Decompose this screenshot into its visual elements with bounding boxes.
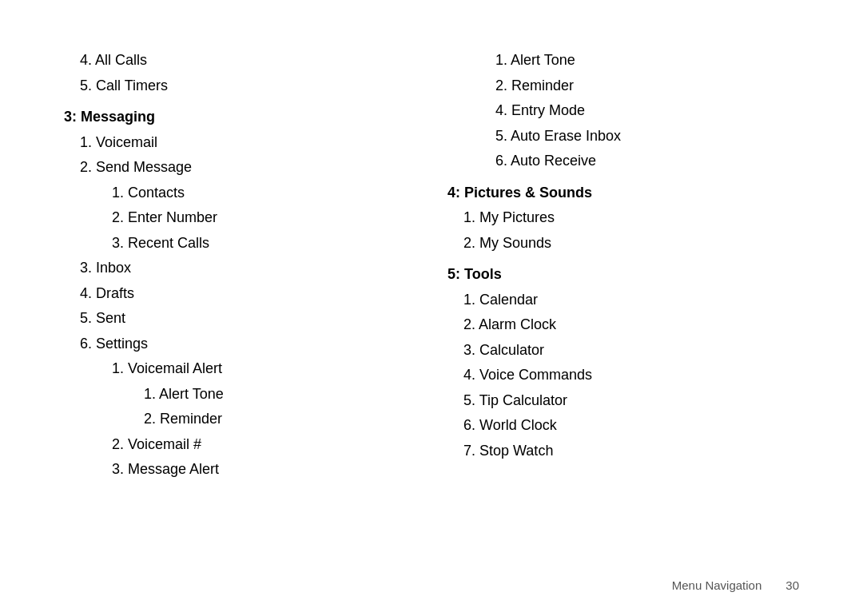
list-item: 5. Sent [64, 306, 416, 332]
list-item: 2. Voicemail # [64, 432, 416, 458]
list-item: 7. Stop Watch [447, 439, 799, 464]
list-item: 4. All Calls [64, 48, 416, 74]
footer-page: 30 [785, 578, 799, 592]
list-item: 2. Enter Number [64, 205, 416, 231]
list-item: 5. Auto Erase Inbox [447, 124, 799, 149]
list-item: 4. Entry Mode [447, 98, 799, 124]
left-column: 4. All Calls5. Call Timers3: Messaging1.… [64, 48, 416, 584]
list-item: 2. Alarm Clock [447, 312, 799, 338]
list-item: 1. Alert Tone [64, 382, 416, 407]
list-item: 1. Alert Tone [447, 48, 799, 74]
list-item: 3: Messaging [64, 105, 416, 130]
footer: Menu Navigation 30 [672, 578, 799, 592]
list-item: 1. Contacts [64, 181, 416, 206]
list-item: 4: Pictures & Sounds [447, 181, 799, 206]
list-item: 1. Calendar [447, 288, 799, 313]
list-item: 2. Send Message [64, 155, 416, 181]
right-column: 1. Alert Tone2. Reminder4. Entry Mode5. … [447, 48, 799, 584]
list-item: 6. Settings [64, 332, 416, 357]
list-item: 2. Reminder [447, 74, 799, 99]
list-item: 5: Tools [447, 262, 799, 288]
list-item: 1. Voicemail [64, 130, 416, 156]
list-item: 3. Recent Calls [64, 231, 416, 256]
list-item: 4. Drafts [64, 281, 416, 307]
list-item: 6. World Clock [447, 413, 799, 439]
list-item: 5. Tip Calculator [447, 388, 799, 414]
list-item: 3. Inbox [64, 256, 416, 281]
list-item: 3. Calculator [447, 338, 799, 364]
list-item: 6. Auto Receive [447, 149, 799, 174]
list-item: 2. My Sounds [447, 231, 799, 256]
list-item: 4. Voice Commands [447, 363, 799, 388]
list-item: 1. Voicemail Alert [64, 356, 416, 382]
page-container: 4. All Calls5. Call Timers3: Messaging1.… [0, 0, 863, 616]
list-item: 1. My Pictures [447, 205, 799, 231]
list-item: 3. Message Alert [64, 457, 416, 483]
list-item: 5. Call Timers [64, 74, 416, 99]
footer-label: Menu Navigation [672, 578, 762, 592]
list-item: 2. Reminder [64, 407, 416, 432]
